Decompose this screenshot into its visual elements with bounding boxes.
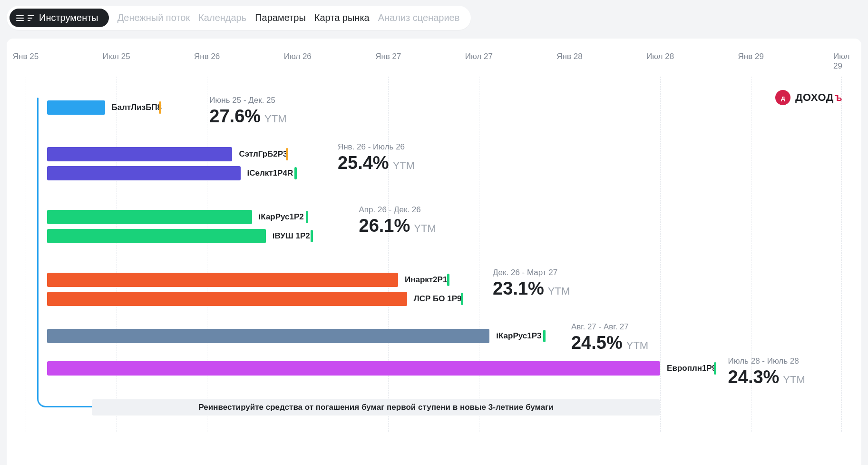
bar-label: iКарРус1Р3: [496, 331, 541, 341]
timeline-bar[interactable]: [47, 147, 233, 161]
timeline-bar[interactable]: [47, 166, 241, 180]
timeline-bar[interactable]: [47, 292, 407, 306]
ytm-value: 24.3%: [728, 367, 780, 387]
bar-row: Европлн1Р9: [26, 361, 842, 377]
bar-row: БалтЛизБП8: [26, 100, 842, 117]
ytm-value: 25.4%: [338, 153, 389, 173]
ytm-label: YTM: [264, 113, 286, 125]
bar-label: СэтлГрБ2Р3: [239, 149, 287, 159]
ytm-metric: Янв. 26 - Июль 2625.4%YTM: [338, 142, 415, 173]
period-range: Янв. 26 - Июль 26: [338, 142, 415, 152]
ytm-metric: Июнь 25 - Дек. 2527.6%YTM: [209, 96, 286, 127]
axis-tick: Июл 27: [465, 52, 493, 61]
ytm-label: YTM: [414, 222, 436, 234]
axis-tick: Июл 26: [284, 52, 312, 61]
bar-label: Инаркт2Р1: [405, 275, 447, 285]
axis-tick: Янв 27: [375, 52, 401, 61]
bar-label: БалтЛизБП8: [112, 103, 162, 112]
period-range: Июнь 25 - Дек. 25: [209, 96, 286, 105]
bar-label: iВУШ 1Р2: [273, 231, 310, 241]
timeline-bar[interactable]: [47, 273, 398, 287]
status-tick: [306, 211, 308, 223]
bar-row: iКарРус1Р3: [26, 329, 842, 345]
ytm-value: 26.1%: [359, 216, 410, 236]
axis-tick: Янв 28: [556, 52, 582, 61]
ytm-value: 27.6%: [209, 106, 261, 127]
tab-scenario[interactable]: Анализ сценариев: [378, 12, 460, 23]
chart-panel: Янв 25Июл 25Янв 26Июл 26Янв 27Июл 27Янв …: [7, 39, 861, 465]
timeline-bar[interactable]: [47, 100, 105, 115]
bar-label: iСелкт1P4R: [247, 168, 293, 178]
grid-line: [479, 77, 479, 432]
status-tick: [311, 230, 313, 242]
gantt-chart: д ДОХОД ъ БалтЛизБП8Июнь 25 - Дек. 2527.…: [26, 79, 842, 432]
grid-line: [570, 77, 570, 432]
tab-cashflow[interactable]: Денежный поток: [117, 12, 190, 23]
menu-icon: [16, 15, 24, 21]
period-range: Дек. 26 - Март 27: [493, 268, 570, 277]
axis-tick: Июл 28: [646, 52, 674, 61]
ytm-metric: Авг. 27 - Авг. 2724.5%YTM: [571, 322, 648, 353]
reinvest-banner: Реинвестируйте средства от погашения бум…: [92, 399, 660, 416]
grid-line: [207, 77, 207, 432]
grid-line: [841, 77, 842, 432]
bar-row: ЛСР БО 1Р9: [26, 292, 842, 308]
time-axis: Янв 25Июл 25Янв 26Июл 26Янв 27Июл 27Янв …: [26, 52, 842, 65]
bar-label: Европлн1Р9: [667, 364, 716, 373]
ytm-metric: Апр. 26 - Дек. 2626.1%YTM: [359, 205, 436, 236]
tab-params[interactable]: Параметры: [255, 12, 306, 23]
status-tick: [159, 101, 161, 114]
grid-line: [117, 77, 117, 432]
ytm-value: 23.1%: [493, 278, 544, 299]
timeline-bar[interactable]: [47, 210, 252, 224]
tab-calendar[interactable]: Календарь: [198, 12, 246, 23]
bar-label: ЛСР БО 1Р9: [414, 294, 462, 304]
period-range: Авг. 27 - Авг. 27: [571, 322, 648, 332]
bar-label: iКарРус1Р2: [259, 212, 304, 222]
axis-tick: Янв 25: [13, 52, 39, 61]
ytm-label: YTM: [548, 285, 570, 297]
ytm-label: YTM: [626, 339, 648, 351]
grid-line: [660, 77, 661, 432]
axis-tick: Июл 29: [833, 52, 850, 71]
instruments-pill[interactable]: Инструменты: [10, 9, 109, 27]
grid-line: [298, 77, 298, 432]
axis-tick: Янв 29: [738, 52, 764, 61]
sort-icon: [28, 15, 34, 21]
timeline-bar[interactable]: [47, 329, 490, 343]
period-range: Апр. 26 - Дек. 26: [359, 205, 436, 215]
timeline-bar[interactable]: [47, 361, 660, 376]
period-range: Июль 28 - Июль 28: [728, 356, 805, 366]
status-tick: [294, 167, 297, 179]
axis-tick: Июл 25: [103, 52, 130, 61]
bar-row: СэтлГрБ2Р3: [26, 147, 842, 163]
ytm-metric: Июль 28 - Июль 2824.3%YTM: [728, 356, 805, 387]
ytm-label: YTM: [783, 374, 805, 386]
bar-row: Инаркт2Р1: [26, 273, 842, 289]
ytm-metric: Дек. 26 - Март 2723.1%YTM: [493, 268, 570, 299]
axis-tick: Янв 26: [194, 52, 220, 61]
grid-line: [388, 77, 389, 432]
pill-label: Инструменты: [39, 12, 98, 23]
status-tick: [714, 362, 716, 375]
top-nav: Инструменты Денежный поток Календарь Пар…: [7, 6, 471, 30]
grid-line: [26, 77, 26, 432]
status-tick: [461, 293, 463, 305]
ytm-label: YTM: [393, 159, 415, 171]
bar-row: iСелкт1P4R: [26, 166, 842, 182]
status-tick: [286, 148, 288, 160]
tab-market-map[interactable]: Карта рынка: [314, 12, 370, 23]
timeline-bar[interactable]: [47, 229, 266, 243]
status-tick: [447, 274, 449, 286]
ytm-value: 24.5%: [571, 333, 623, 353]
status-tick: [543, 330, 546, 342]
